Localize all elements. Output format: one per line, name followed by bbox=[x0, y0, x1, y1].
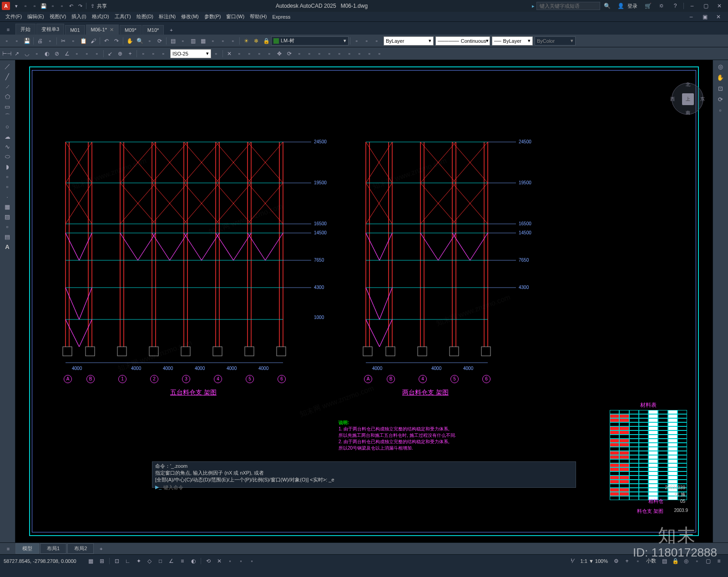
ortho-icon[interactable]: ∟ bbox=[123, 557, 133, 566]
quickcalc-icon[interactable]: ▫ bbox=[218, 36, 228, 46]
menu-express[interactable]: Express bbox=[269, 13, 293, 20]
tab-doc3[interactable]: M06-1*✕ bbox=[86, 25, 119, 35]
plot-icon[interactable]: 🖨 bbox=[35, 36, 45, 46]
tab-start[interactable]: 开始 bbox=[15, 24, 35, 35]
menu-draw[interactable]: 绘图(D) bbox=[134, 12, 156, 21]
dim-edit-icon[interactable]: ▫ bbox=[139, 49, 148, 58]
dimstyle-selector[interactable]: ISO-25▾ bbox=[170, 49, 211, 58]
ellipsearc-icon[interactable]: ◗ bbox=[1, 162, 14, 171]
tab-add-button[interactable]: + bbox=[167, 25, 176, 35]
dim-update-icon[interactable]: ▫ bbox=[159, 49, 168, 58]
dim-cont-icon[interactable]: ▫ bbox=[92, 49, 101, 58]
dim-dia-icon[interactable]: ⊘ bbox=[52, 49, 61, 58]
command-input[interactable] bbox=[163, 485, 573, 490]
mirror-icon[interactable]: ▫ bbox=[245, 49, 254, 58]
anno-scale[interactable]: 1:1 ▼ 100% bbox=[581, 558, 608, 564]
grid-icon[interactable]: ⊞ bbox=[97, 557, 107, 566]
markup-icon[interactable]: ▫ bbox=[208, 36, 217, 46]
table-icon[interactable]: ▤ bbox=[1, 232, 14, 241]
zoom-icon[interactable]: 🔍 bbox=[135, 36, 144, 46]
break-icon[interactable]: ▫ bbox=[335, 49, 344, 58]
pan-icon[interactable]: ✋ bbox=[714, 73, 727, 82]
save-icon[interactable]: 💾 bbox=[40, 2, 48, 10]
menu-param[interactable]: 参数(P) bbox=[202, 12, 224, 21]
viewcube-top[interactable]: 上 bbox=[682, 93, 694, 105]
polygon-icon[interactable]: ⬠ bbox=[1, 92, 14, 101]
rotate-icon[interactable]: ⟳ bbox=[285, 49, 294, 58]
dynucs-icon[interactable]: ▫ bbox=[225, 557, 235, 566]
array-icon[interactable]: ▫ bbox=[265, 49, 274, 58]
block-icon[interactable]: ▫ bbox=[228, 36, 238, 46]
undo-icon[interactable]: ↶ bbox=[102, 36, 111, 46]
stretch-icon[interactable]: ▫ bbox=[305, 49, 314, 58]
tab-doc1[interactable]: 变根单3 bbox=[36, 24, 64, 35]
user-icon[interactable]: 👤 bbox=[614, 1, 627, 10]
layout-tab-model[interactable]: 模型 bbox=[15, 543, 39, 554]
layout-tab-2[interactable]: 布局2 bbox=[67, 543, 94, 554]
tab-doc5[interactable]: M10* bbox=[142, 25, 164, 35]
open-icon[interactable]: ▫ bbox=[30, 2, 39, 10]
app-button[interactable]: ≡ bbox=[3, 25, 14, 35]
layout-add-button[interactable]: + bbox=[96, 544, 106, 553]
isodraft-icon[interactable]: ◇ bbox=[145, 557, 155, 566]
menu-window[interactable]: 窗口(W) bbox=[223, 12, 247, 21]
close-icon[interactable]: ✕ bbox=[713, 1, 726, 10]
join-icon[interactable]: ▫ bbox=[345, 49, 354, 58]
rectangle-icon[interactable]: ▭ bbox=[1, 102, 14, 111]
leader-icon[interactable]: ↙ bbox=[106, 49, 115, 58]
trim-icon[interactable]: ▫ bbox=[315, 49, 324, 58]
zoom-ext-icon[interactable]: ⊡ bbox=[714, 84, 727, 93]
layer-iso-icon[interactable]: ▫ bbox=[362, 36, 371, 46]
layer-prev-icon[interactable]: ▫ bbox=[372, 36, 381, 46]
move-icon[interactable]: ✥ bbox=[275, 49, 284, 58]
orbit-icon[interactable]: ⟳ bbox=[155, 36, 164, 46]
erase-icon[interactable]: ✕ bbox=[225, 49, 234, 58]
mtext-icon[interactable]: A bbox=[1, 242, 14, 251]
gradient-icon[interactable]: ▨ bbox=[1, 212, 14, 221]
selfilter-icon[interactable]: ▫ bbox=[236, 557, 246, 566]
extend-icon[interactable]: ▫ bbox=[325, 49, 334, 58]
dim-quick-icon[interactable]: ▫ bbox=[72, 49, 81, 58]
cart-icon[interactable]: 🛒 bbox=[641, 1, 655, 10]
minimize-icon[interactable]: – bbox=[685, 1, 699, 10]
copy-obj-icon[interactable]: ▫ bbox=[235, 49, 244, 58]
wheel-icon[interactable]: ◎ bbox=[714, 62, 727, 71]
redo-icon[interactable]: ↷ bbox=[76, 2, 84, 10]
spline-icon[interactable]: ∿ bbox=[1, 142, 14, 151]
dim-tedit-icon[interactable]: ▫ bbox=[149, 49, 158, 58]
dim-ord-icon[interactable]: ▫ bbox=[32, 49, 41, 58]
polyline-icon[interactable]: ⟋ bbox=[1, 82, 14, 91]
search-chevron-icon[interactable]: ▸ bbox=[532, 3, 535, 9]
new-icon[interactable]: ▫ bbox=[21, 2, 30, 10]
scale-icon[interactable]: ▫ bbox=[295, 49, 304, 58]
doc-minimize-icon[interactable]: – bbox=[684, 12, 698, 21]
menu-help[interactable]: 帮助(H) bbox=[247, 12, 269, 21]
preview-icon[interactable]: ▫ bbox=[46, 36, 55, 46]
viewcube-e[interactable]: 东 bbox=[700, 96, 705, 102]
paste-icon[interactable]: 📋 bbox=[79, 36, 88, 46]
viewcube-s[interactable]: 南 bbox=[686, 110, 690, 116]
layer-freeze-icon[interactable]: ❄ bbox=[252, 36, 261, 46]
orbit-icon[interactable]: ⟳ bbox=[714, 95, 727, 104]
offset-icon[interactable]: ▫ bbox=[255, 49, 264, 58]
saveas-icon[interactable]: ▫ bbox=[49, 2, 57, 10]
coordinates[interactable]: 58727.8545, -2798.2708, 0.0000 bbox=[4, 558, 76, 564]
save-icon[interactable]: 💾 bbox=[22, 36, 31, 46]
doc-close-icon[interactable]: ✕ bbox=[712, 12, 725, 21]
help-search-input[interactable] bbox=[536, 2, 600, 10]
menu-modify[interactable]: 修改(M) bbox=[178, 12, 202, 21]
menu-file[interactable]: 文件(F) bbox=[3, 12, 25, 21]
explode-icon[interactable]: ▫ bbox=[375, 49, 384, 58]
layout-tab-1[interactable]: 布局1 bbox=[40, 543, 66, 554]
point-icon[interactable]: · bbox=[1, 192, 14, 201]
dimstyle-mgr-icon[interactable]: ▫ bbox=[212, 49, 221, 58]
login-label[interactable]: 登录 bbox=[627, 3, 637, 10]
snap-icon[interactable]: ⊡ bbox=[112, 557, 122, 566]
showmotion-icon[interactable]: ▫ bbox=[714, 106, 727, 115]
cut-icon[interactable]: ✂ bbox=[59, 36, 68, 46]
region-icon[interactable]: ▫ bbox=[1, 222, 14, 231]
pan-icon[interactable]: ✋ bbox=[125, 36, 134, 46]
search-icon[interactable]: 🔍 bbox=[600, 1, 614, 10]
new-icon[interactable]: ▫ bbox=[2, 36, 11, 46]
ellipse-icon[interactable]: ⬭ bbox=[1, 152, 14, 161]
